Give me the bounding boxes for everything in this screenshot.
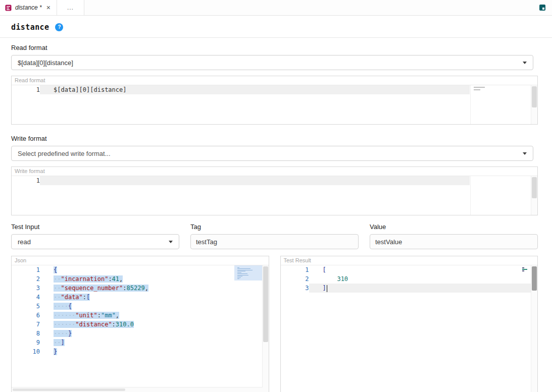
line-number: 1 — [12, 176, 40, 185]
value-input[interactable] — [370, 234, 538, 249]
minimap[interactable] — [470, 85, 531, 124]
editor-label: Read format — [12, 76, 537, 85]
code-line[interactable]: 1 — [12, 176, 470, 185]
code-line[interactable]: 1{ — [12, 265, 262, 274]
read-format-label: Read format — [11, 44, 538, 52]
line-number: 5 — [12, 302, 40, 311]
code-line[interactable]: 6······"unit":"mm", — [12, 311, 262, 320]
vertical-scrollbar[interactable] — [262, 265, 269, 392]
code-line[interactable]: 9··] — [12, 338, 262, 347]
tab-bar: distance * × ... — [0, 0, 552, 16]
tag-input[interactable] — [190, 234, 359, 249]
line-number: 9 — [12, 338, 40, 347]
horizontal-scrollbar[interactable] — [12, 387, 263, 392]
vertical-scrollbar[interactable] — [531, 265, 537, 392]
write-format-editor[interactable]: Write format 1 — [11, 166, 538, 215]
chevron-down-icon — [169, 241, 173, 243]
code-line[interactable]: 1$[data][0][distance] — [12, 85, 470, 94]
line-number: 7 — [12, 320, 40, 329]
editor-label: Test Result — [281, 256, 538, 265]
code-line[interactable]: 2 310 — [281, 274, 531, 284]
editor-label: Json — [12, 256, 269, 265]
read-format-select-value: $[data][0][distance] — [18, 59, 73, 67]
code-line[interactable]: 3··"sequence_number":85229, — [12, 284, 262, 293]
code-line[interactable]: 10} — [12, 347, 262, 356]
line-number: 3 — [12, 284, 40, 293]
json-input-editor[interactable]: Json 1{2··"incarnation":41,3··"sequence_… — [11, 256, 269, 392]
chevron-down-icon — [523, 62, 527, 64]
code-line[interactable]: 2··"incarnation":41, — [12, 274, 262, 284]
read-format-editor[interactable]: Read format 1$[data][0][distance] — [11, 76, 538, 125]
test-result-editor[interactable]: Test Result 1[2 3103] — [280, 256, 538, 392]
write-format-select-placeholder: Select predefined write format... — [18, 150, 111, 157]
line-number: 8 — [12, 329, 40, 338]
chevron-down-icon — [523, 152, 527, 155]
read-format-select[interactable]: $[data][0][distance] — [11, 55, 533, 70]
editor-label: Write format — [12, 167, 537, 176]
line-number: 4 — [12, 293, 40, 302]
tab-more[interactable]: ... — [57, 0, 84, 15]
line-number: 1 — [12, 265, 40, 274]
line-number: 3 — [281, 284, 309, 293]
close-icon[interactable]: × — [45, 4, 52, 11]
tab-more-label: ... — [67, 4, 74, 11]
write-format-label: Write format — [11, 135, 538, 143]
tab-distance[interactable]: distance * × — [0, 0, 57, 15]
code-line[interactable]: 5····{ — [12, 302, 262, 311]
tag-label: Tag — [190, 223, 359, 231]
line-number: 2 — [12, 274, 40, 284]
vertical-scrollbar[interactable] — [531, 85, 537, 124]
line-number: 1 — [281, 265, 309, 274]
divider — [0, 37, 552, 38]
test-input-label: Test Input — [11, 223, 179, 231]
tab-label: distance * — [15, 4, 42, 11]
code-line[interactable]: 3] — [281, 284, 531, 293]
test-input-select[interactable]: read — [11, 234, 179, 249]
code-line[interactable]: 1[ — [281, 265, 531, 274]
line-number: 6 — [12, 311, 40, 320]
page-content: distance ? Read format $[data][0][distan… — [0, 16, 552, 392]
minimap[interactable] — [234, 265, 263, 281]
help-icon[interactable]: ? — [55, 23, 63, 31]
panel-toggle-icon[interactable] — [539, 5, 545, 11]
test-input-select-value: read — [18, 238, 31, 246]
vertical-scrollbar[interactable] — [531, 176, 537, 215]
line-number: 2 — [281, 274, 309, 284]
code-line[interactable]: 8····} — [12, 329, 262, 338]
write-format-select[interactable]: Select predefined write format... — [11, 146, 533, 161]
file-type-icon — [5, 5, 12, 11]
code-line[interactable]: 7······"distance":310.0 — [12, 320, 262, 329]
text-cursor — [327, 285, 328, 292]
line-number: 10 — [12, 347, 40, 356]
page-title: distance — [11, 23, 49, 32]
line-number: 1 — [12, 85, 40, 94]
value-label: Value — [370, 223, 538, 231]
code-line[interactable]: 4··"data":[ — [12, 293, 262, 302]
minimap[interactable] — [470, 176, 531, 215]
minimap[interactable] — [522, 267, 528, 272]
